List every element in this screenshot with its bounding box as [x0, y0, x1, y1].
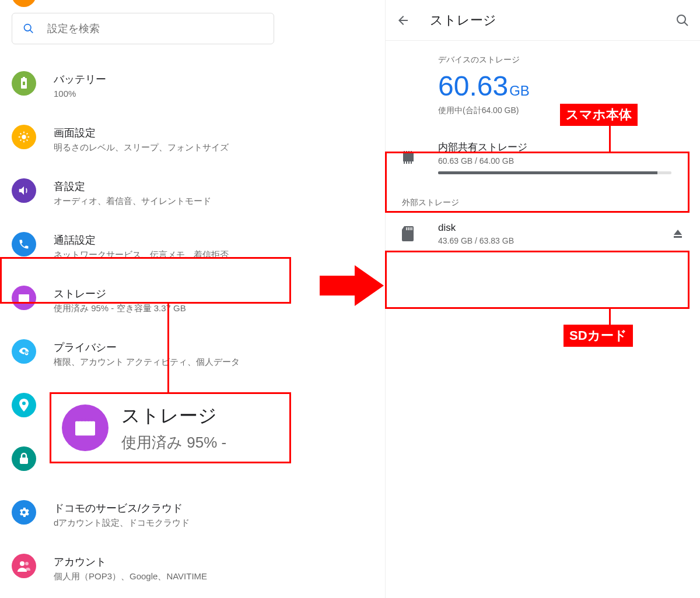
svg-rect-30 — [75, 421, 95, 436]
callout-body-line — [609, 125, 611, 153]
docomo-title: ドコモのサービス/クラウド — [54, 501, 190, 515]
sdcard-icon — [398, 226, 418, 241]
svg-line-14 — [20, 133, 22, 135]
display-title: 画面設定 — [54, 126, 229, 140]
highlight-storage-row — [0, 257, 291, 304]
account-icon — [12, 554, 36, 578]
battery-sub: 100% — [54, 89, 106, 99]
inset-title: ストレージ — [121, 403, 226, 429]
gear-icon — [12, 500, 36, 525]
svg-rect-53 — [674, 236, 682, 238]
highlight-disk — [385, 251, 690, 309]
svg-line-38 — [684, 22, 688, 26]
display-sub: 明るさのレベル、スリープ、フォントサイズ — [54, 142, 229, 153]
svg-marker-36 — [320, 265, 384, 306]
svg-rect-7 — [23, 77, 25, 79]
svg-point-28 — [20, 561, 24, 566]
svg-point-25 — [25, 352, 29, 356]
svg-rect-26 — [26, 353, 27, 354]
svg-line-16 — [20, 140, 22, 141]
phone-icon — [12, 232, 36, 256]
callout-body: スマホ本体 — [560, 104, 638, 126]
svg-marker-52 — [674, 230, 682, 235]
svg-line-17 — [27, 133, 28, 135]
settings-row-display[interactable]: 画面設定 明るさのレベル、スリープ、フォントサイズ — [0, 119, 292, 173]
storage-icon-large — [62, 404, 108, 451]
battery-title: バッテリー — [54, 72, 106, 86]
storage-inset: ストレージ 使用済み 95% - — [50, 392, 291, 463]
search-box[interactable] — [12, 13, 274, 44]
battery-icon — [12, 71, 36, 96]
sound-icon — [12, 178, 36, 203]
security-icon — [12, 446, 36, 471]
disk-sub: 43.69 GB / 63.83 GB — [438, 236, 672, 245]
settings-row-apps[interactable]: アプリと通知 — [0, 0, 292, 7]
svg-point-29 — [25, 562, 29, 565]
svg-rect-8 — [23, 82, 25, 85]
disk-title: disk — [438, 222, 672, 234]
search-input[interactable] — [47, 23, 263, 35]
storage-sub: 使用済み 95% - 空き容量 3.37 GB — [54, 303, 186, 314]
connector-inset — [167, 304, 169, 392]
settings-row-privacy[interactable]: プライバシー 権限、アカウント アクティビティ、個人データ — [0, 333, 292, 387]
settings-row-sound[interactable]: 音設定 オーディオ、着信音、サイレントモード — [0, 173, 292, 226]
svg-rect-27 — [20, 458, 28, 464]
back-icon[interactable] — [396, 13, 410, 27]
search-icon[interactable] — [676, 13, 690, 27]
svg-point-9 — [22, 135, 26, 139]
disk-row[interactable]: disk 43.69 GB / 63.83 GB — [386, 213, 700, 255]
sound-title: 音設定 — [54, 180, 211, 194]
svg-point-37 — [677, 15, 685, 23]
settings-row-docomo[interactable]: ドコモのサービス/クラウド dアカウント設定、ドコモクラウド — [0, 494, 292, 548]
account-sub: 個人用（POP3）、Google、NAVITIME — [54, 571, 207, 582]
svg-line-5 — [30, 30, 33, 33]
search-icon — [23, 22, 34, 35]
svg-line-15 — [27, 140, 28, 141]
arrow-icon — [320, 265, 384, 306]
call-title: 通話設定 — [54, 233, 229, 247]
privacy-title: プライバシー — [54, 340, 240, 354]
highlight-internal — [385, 152, 690, 213]
callout-sd-line — [609, 309, 611, 325]
account-title: アカウント — [54, 555, 207, 569]
privacy-icon — [12, 339, 36, 364]
svg-point-4 — [24, 24, 31, 31]
settings-row-account[interactable]: アカウント 個人用（POP3）、Google、NAVITIME — [0, 548, 292, 598]
used-value: 60.63 — [438, 70, 508, 102]
storage-header: ストレージ — [386, 0, 700, 41]
used-unit: GB — [509, 83, 530, 99]
sound-sub: オーディオ、着信音、サイレントモード — [54, 196, 211, 207]
privacy-sub: 権限、アカウント アクティビティ、個人データ — [54, 357, 240, 368]
eject-icon[interactable] — [672, 228, 684, 240]
display-icon — [12, 125, 36, 149]
location-icon — [12, 393, 36, 417]
settings-row-battery[interactable]: バッテリー 100% — [0, 65, 292, 119]
docomo-sub: dアカウント設定、ドコモクラウド — [54, 518, 190, 529]
storage-page-title: ストレージ — [430, 12, 496, 29]
callout-sd: SDカード — [564, 325, 633, 347]
apps-icon — [12, 0, 36, 7]
inset-sub: 使用済み 95% - — [121, 432, 226, 453]
device-section-label: デバイスのストレージ — [438, 55, 700, 65]
